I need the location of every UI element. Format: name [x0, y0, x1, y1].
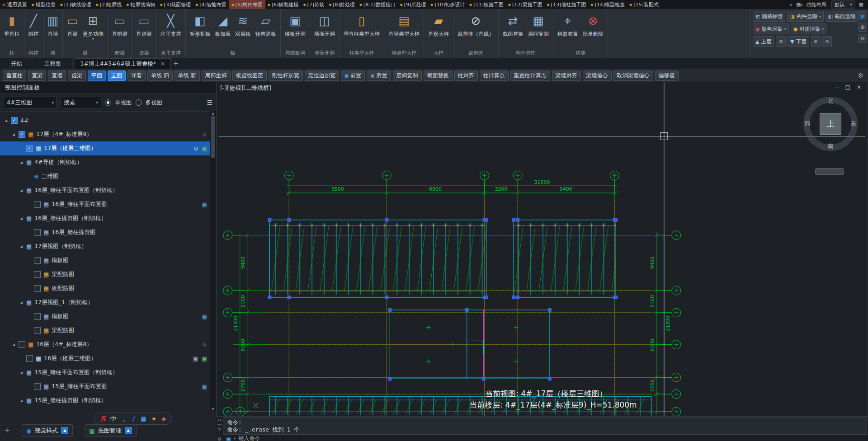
ribbon-button[interactable]: ▭直暗梁 [110, 10, 130, 38]
tree-item[interactable]: ▤模板图▣ [0, 310, 210, 324]
menu-item[interactable]: ◆[10]初步设计 [428, 0, 467, 9]
new-tab-button[interactable]: + [171, 58, 181, 69]
checkbox[interactable] [34, 327, 41, 334]
menu-item[interactable]: ◆[5]构件布置 [229, 0, 265, 9]
toolbar-button[interactable]: ▣前置 [341, 70, 365, 81]
ribbon-small-button[interactable]: ▼下层 [788, 36, 809, 47]
toolbar-button[interactable]: 单线 旧 [147, 70, 173, 81]
ribbon-small-button[interactable]: ●材质渲染▾ [791, 23, 827, 34]
tree-item[interactable]: ▤15层_暗柱平面布置图▣ [0, 380, 210, 394]
tree-item[interactable]: ▤梁配筋图 [0, 267, 210, 281]
toolbar-button[interactable]: 重置柱计算点 [510, 70, 550, 81]
tree-item[interactable]: ▤板配筋图 [0, 281, 210, 296]
viewport-view-label[interactable]: [-][俯视][二维线框] [220, 84, 271, 92]
menu-item[interactable]: ▦通用设置 [0, 0, 29, 9]
drag-handle-icon[interactable]: •• [217, 418, 222, 422]
toolbar-button[interactable]: 局部坐标 [202, 70, 231, 81]
ribbon-button[interactable]: ▤直墙类型大样 [387, 10, 421, 38]
ribbon-button[interactable]: ⌖拾取布置 [556, 10, 580, 38]
toolbar-button[interactable]: 单线 新 [175, 70, 200, 81]
ribbon-small-button[interactable]: ▲上层 [753, 36, 774, 47]
ribbon-button[interactable]: ◫墙面开洞 [312, 10, 337, 38]
checkbox[interactable]: ✓ [11, 117, 18, 124]
ribbon-button[interactable]: ▣楼板开洞 [283, 10, 307, 38]
toolbar-button[interactable]: 刚性杆加宽 [269, 70, 303, 81]
expand-arrow-icon[interactable]: ◢ [20, 160, 26, 164]
tree-item[interactable]: ▤模板图 [0, 253, 210, 267]
visual-style-button[interactable]: ◉ 视觉样式 ▲ [22, 424, 73, 437]
toolbar-button[interactable]: 平面 [88, 70, 106, 81]
toolbar-button[interactable]: 垂直柱 [3, 70, 26, 81]
expand-arrow-icon[interactable]: ◢ [12, 342, 19, 347]
skin-icon[interactable]: ★ [151, 415, 156, 422]
menu-item[interactable]: ◆[12]梁施工图 [506, 0, 545, 9]
tree-item[interactable]: ◢▦16层_暗柱平面布置图（剖切框） [0, 183, 210, 197]
ribbon-button[interactable]: ⊘裁剪体（直线） [456, 10, 496, 38]
menu-item[interactable]: ◆[3]截面管理 [157, 0, 193, 9]
menu-item[interactable]: ◆模型信息 [29, 0, 58, 9]
layout-select[interactable]: 默认 ▾ [831, 0, 855, 9]
expand-arrow-icon[interactable]: ◢ [20, 300, 26, 305]
tree-item[interactable]: ◢▦16层_墙柱提资图（剖切框） [0, 211, 210, 225]
toolbar-button[interactable]: 取消梁墙偏心 [613, 70, 653, 81]
expand-arrow-icon[interactable]: ◢ [20, 371, 26, 375]
ribbon-small-button[interactable]: ◩隐藏标签 [753, 11, 785, 22]
workspace-grid-icon[interactable]: ▦▾ [796, 2, 802, 8]
checkbox[interactable] [34, 201, 41, 208]
tree-item[interactable]: ◢✓▦17层（4#_标准层9）☆ [0, 127, 210, 141]
tree-item[interactable]: ◢▦15层_暗柱平面布置图（剖切框） [0, 366, 210, 380]
tree-item[interactable]: ✓▦17层（楼层三维图）⊘▣ [0, 141, 210, 155]
checkbox[interactable] [34, 285, 41, 292]
expand-arrow-icon[interactable]: ◢ [20, 216, 26, 220]
tree-item[interactable]: ◢✓4# [0, 113, 210, 127]
checkbox[interactable]: ✓ [19, 131, 25, 138]
menu-item[interactable]: ◆[15]装配式 [627, 0, 661, 9]
star-icon[interactable]: ☆ [202, 131, 207, 138]
ribbon-button[interactable]: ⇄截面替换 [501, 10, 525, 38]
checkbox[interactable] [34, 383, 41, 390]
checkbox[interactable] [34, 271, 41, 278]
toolbar-button[interactable]: 截面替换 [424, 70, 453, 81]
zoom-out-icon[interactable]: ⊖ [822, 36, 832, 47]
tree-item[interactable]: ⊕三维图 [0, 169, 210, 183]
scrollbar-thumb[interactable] [211, 116, 215, 158]
expand-arrow-icon[interactable]: ◢ [5, 118, 11, 122]
ribbon-button[interactable]: ⊗批量删除 [581, 10, 605, 38]
close-icon[interactable]: × [217, 427, 222, 431]
scroll-down-icon[interactable]: ▼ [212, 407, 214, 411]
tree-item[interactable]: ◢▦17层视图（剖切框） [0, 239, 210, 253]
ribbon-button[interactable]: ◧矩形折板 [188, 10, 212, 38]
toolbar-button[interactable]: 板虚线图层 [232, 70, 267, 81]
panel-icon[interactable]: ▣ [858, 11, 867, 20]
toolbar-button[interactable]: 偏移值 [655, 70, 679, 81]
overflow-icon[interactable]: » [789, 2, 793, 8]
checkbox[interactable] [34, 257, 41, 264]
zoom-in-icon[interactable]: ⊕ [811, 36, 821, 47]
base-map-button[interactable]: ▦ 底图管理 ▲ [85, 424, 136, 437]
compass-top-face[interactable]: 上 [820, 113, 841, 135]
toolbar-button[interactable]: 梁墙对齐 [552, 70, 581, 81]
expand-arrow-icon[interactable]: ◢ [20, 399, 26, 403]
ribbon-button[interactable]: ▭直虚梁 [134, 10, 154, 38]
checkbox[interactable] [34, 313, 41, 320]
punctuation-icon[interactable]: ， [121, 415, 127, 423]
tree-item[interactable]: ▦16层（楼层三维图）▣▣ [0, 352, 210, 366]
gear-icon[interactable]: ⚙ [776, 36, 786, 47]
scroll-up-icon[interactable]: ▲ [212, 111, 214, 115]
view-select[interactable]: 4#三维图 ▾ [4, 97, 57, 108]
search-select[interactable]: 搜索 ▾ [61, 97, 101, 108]
toolbox-icon[interactable]: ◆ [161, 415, 166, 422]
ribbon-small-button[interactable]: ◨构件显隐▾ [787, 11, 823, 22]
star-icon[interactable]: ☆ [202, 341, 207, 348]
tree-item[interactable]: ▤16层_墙柱提资图 [0, 225, 210, 239]
ribbon-button[interactable]: ▰直形大样 [426, 10, 451, 38]
checkbox[interactable] [34, 229, 41, 236]
drawing-viewport[interactable]: 9500 6900 3200 9400 31600 9400 2100 8300… [216, 82, 868, 417]
menu-item[interactable]: ◆[2]轮廓线 [93, 0, 124, 9]
minimize-icon[interactable]: ─ [835, 84, 839, 90]
compass-north-label[interactable]: 北 [828, 97, 834, 105]
menu-item[interactable]: ◆轮廓线编辑 [124, 0, 157, 9]
ribbon-small-button[interactable]: ◉颜色渲染▾ [753, 23, 789, 34]
toolbar-button[interactable]: 层间复制 [393, 70, 422, 81]
compass-south-label[interactable]: 南 [828, 142, 834, 150]
